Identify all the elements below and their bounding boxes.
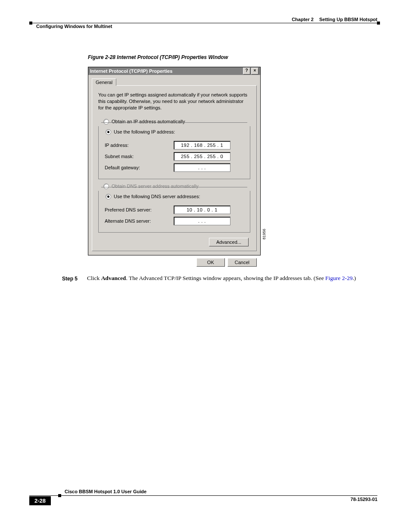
subnet-label: Subnet mask: bbox=[105, 154, 174, 159]
radio-obtain-dns-auto: Obtain DNS server address automatically bbox=[103, 184, 250, 189]
step-action-word: Advanced bbox=[101, 275, 126, 281]
step-label: Step 5 bbox=[62, 274, 87, 283]
help-icon[interactable]: ? bbox=[243, 68, 250, 75]
radio-use-dns[interactable]: Use the following DNS server addresses: bbox=[106, 194, 203, 199]
gateway-label: Default gateway: bbox=[105, 165, 174, 170]
radio-label: Obtain an IP address automatically bbox=[112, 119, 185, 124]
chapter-label: Chapter 2 bbox=[292, 17, 314, 22]
group-use-ip: Use the following IP address: IP address… bbox=[98, 126, 250, 179]
figure-caption: Figure 2-28 Internet Protocol (TCP/IP) P… bbox=[88, 54, 228, 60]
alternate-dns-label: Alternate DNS server: bbox=[105, 218, 174, 224]
advanced-button[interactable]: Advanced... bbox=[209, 238, 249, 246]
group-border bbox=[101, 187, 247, 187]
step-text-suffix: .) bbox=[352, 275, 356, 281]
figure-id-label: 81956 bbox=[262, 229, 266, 240]
field-subnet: Subnet mask: 255 . 255 . 255 . 0 bbox=[105, 152, 244, 161]
chapter-title: Setting Up BBSM Hotspot bbox=[319, 17, 377, 22]
step-text: Click Advanced. The Advanced TCP/IP Sett… bbox=[87, 274, 377, 283]
advanced-row: Advanced... bbox=[98, 238, 250, 246]
preferred-dns-label: Preferred DNS server: bbox=[105, 207, 174, 212]
radio-label: Use the following IP address: bbox=[114, 129, 175, 134]
radio-icon bbox=[106, 129, 111, 135]
preferred-dns-input[interactable]: 10 . 10 . 0 . 1 bbox=[174, 205, 230, 214]
tcpip-properties-dialog: Internet Protocol (TCP/IP) Properties ? … bbox=[88, 67, 261, 255]
radio-label: Use the following DNS server addresses: bbox=[114, 194, 200, 199]
page-header-right: Chapter 2 Setting Up BBSM Hotspot bbox=[292, 17, 377, 22]
field-alternate-dns: Alternate DNS server: . . . bbox=[105, 217, 244, 225]
group-use-dns: Use the following DNS server addresses: … bbox=[98, 191, 250, 233]
footer-guide-title: Cisco BBSM Hotspot 1.0 User Guide bbox=[65, 489, 146, 494]
radio-icon bbox=[103, 184, 109, 189]
group-border bbox=[101, 122, 247, 123]
tab-general[interactable]: General bbox=[92, 78, 116, 86]
step-block: Step 5 Click Advanced. The Advanced TCP/… bbox=[62, 274, 377, 283]
radio-icon bbox=[103, 119, 109, 124]
dialog-titlebar: Internet Protocol (TCP/IP) Properties ? … bbox=[88, 67, 260, 75]
step-text-prefix: Click bbox=[87, 275, 101, 281]
dialog-button-row: OK Cancel bbox=[88, 255, 260, 270]
gateway-input[interactable]: . . . bbox=[174, 163, 230, 172]
field-preferred-dns: Preferred DNS server: 10 . 10 . 0 . 1 bbox=[105, 205, 244, 214]
tab-panel: You can get IP settings assigned automat… bbox=[92, 85, 257, 251]
field-gateway: Default gateway: . . . bbox=[105, 163, 244, 172]
section-title: Configuring Windows for Multinet bbox=[36, 24, 112, 29]
step-text-mid: . The Advanced TCP/IP Settings window ap… bbox=[126, 275, 325, 281]
subnet-input[interactable]: 255 . 255 . 255 . 0 bbox=[174, 152, 230, 161]
radio-label: Obtain DNS server address automatically bbox=[112, 184, 199, 189]
ip-address-label: IP address: bbox=[105, 143, 174, 148]
header-square-icon bbox=[29, 22, 32, 25]
footer-rule bbox=[29, 495, 377, 496]
radio-use-ip[interactable]: Use the following IP address: bbox=[106, 129, 177, 135]
ok-button[interactable]: OK bbox=[196, 258, 225, 267]
dialog-title: Internet Protocol (TCP/IP) Properties bbox=[90, 67, 172, 75]
dialog-description: You can get IP settings assigned automat… bbox=[98, 92, 250, 111]
ip-address-input[interactable]: 192 . 168 . 255 . 1 bbox=[174, 141, 230, 149]
header-rule bbox=[29, 23, 377, 23]
field-ip-address: IP address: 192 . 168 . 255 . 1 bbox=[105, 141, 244, 149]
cancel-button[interactable]: Cancel bbox=[227, 258, 257, 267]
figure-link[interactable]: Figure 2-29 bbox=[325, 275, 352, 281]
titlebar-controls: ? × bbox=[243, 68, 258, 75]
footer-doc-id: 78-15293-01 bbox=[351, 497, 377, 502]
dialog-body: General You can get IP settings assigned… bbox=[88, 75, 260, 255]
close-icon[interactable]: × bbox=[251, 68, 258, 75]
radio-obtain-ip-auto[interactable]: Obtain an IP address automatically bbox=[103, 119, 250, 124]
header-square-icon bbox=[377, 22, 380, 25]
page-number-badge: 2-28 bbox=[29, 496, 51, 505]
radio-icon bbox=[106, 194, 111, 199]
alternate-dns-input[interactable]: . . . bbox=[174, 217, 230, 225]
